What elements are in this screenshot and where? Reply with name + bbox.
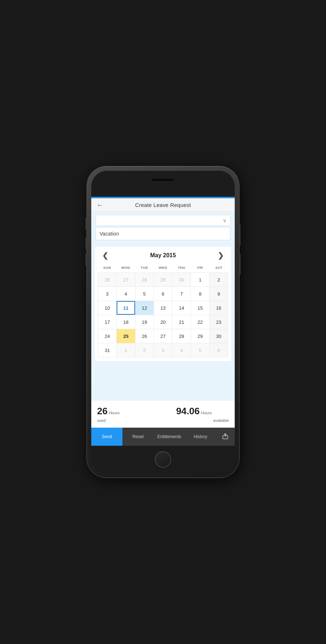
calendar-day-7-week1[interactable]: 7 [172,287,191,301]
calendar-day-12-week2[interactable]: 12 [135,301,154,315]
leave-type-value: Vacation [100,231,119,237]
calendar-day-3-week5[interactable]: 3 [154,343,172,357]
calendar-day-19-week3[interactable]: 19 [135,315,154,329]
calendar-day-18-week3[interactable]: 18 [117,315,135,329]
day-header-sat: SAT [210,264,228,271]
calendar-day-4-week1[interactable]: 4 [117,287,135,301]
month-year-label: May 2015 [150,252,176,259]
send-button[interactable]: Send [91,428,122,446]
calendar-day-20-week3[interactable]: 20 [154,315,172,329]
hours-available-block: 94.06 Hours available [176,406,229,423]
calendar-day-16-week2[interactable]: 16 [210,301,228,315]
day-header-fri: FRI [191,264,209,271]
calendar-day-26-week0[interactable]: 26 [98,273,116,287]
day-header-sun: SUN [98,264,116,271]
calendar-day-14-week2[interactable]: 14 [172,301,191,315]
calendar-day-28-week4[interactable]: 28 [172,329,191,343]
calendar-day-25-week4[interactable]: 25 [117,329,135,343]
calendar-day-1-week5[interactable]: 1 [117,343,135,357]
calendar-day-1-week0[interactable]: 1 [191,273,209,287]
phone-bezel-bottom [91,446,235,473]
phone-inner: ← Create Leave Request ∨ Vacation ❮ [91,171,235,473]
calendar-day-5-week1[interactable]: 5 [135,287,154,301]
hours-used-label: Hours [109,411,120,415]
calendar-day-21-week3[interactable]: 21 [172,315,191,329]
calendar-day-27-week0[interactable]: 27 [117,273,135,287]
leave-type-dropdown[interactable]: ∨ [96,215,230,226]
calendar-day-30-week0[interactable]: 30 [172,273,191,287]
calendar-day-13-week2[interactable]: 13 [154,301,172,315]
leave-type-section: ∨ Vacation [91,212,235,243]
chevron-down-icon: ∨ [223,217,226,223]
calendar-day-2-week0[interactable]: 2 [210,273,228,287]
hours-used-sublabel: used [97,418,130,423]
calendar-day-10-week2[interactable]: 10 [98,301,116,315]
app-header: ← Create Leave Request [91,198,235,212]
phone-bezel-top [91,171,235,197]
calendar-day-5-week5[interactable]: 5 [191,343,209,357]
day-header-wed: WED [154,264,172,271]
day-headers: SUN MON TUE WED THU FRI SAT [98,264,228,271]
calendar-day-29-week4[interactable]: 29 [191,329,209,343]
hours-available-sublabel: available [176,418,229,423]
speaker-icon [152,179,174,181]
share-icon [222,433,229,441]
history-button[interactable]: History [185,428,216,446]
calendar-day-3-week1[interactable]: 3 [98,287,116,301]
entitlements-button[interactable]: Entitlements [154,428,185,446]
day-header-tue: TUE [135,264,154,271]
calendar-day-6-week5[interactable]: 6 [210,343,228,357]
day-header-mon: MON [116,264,135,271]
calendar-day-23-week3[interactable]: 23 [210,315,228,329]
hours-used-block: 26 Hours used [97,406,130,423]
front-camera-icon [141,177,145,181]
next-month-button[interactable]: ❯ [215,250,227,260]
calendar-day-28-week0[interactable]: 28 [135,273,154,287]
reset-button[interactable]: Reset [122,428,154,446]
page-title: Create Leave Request [135,202,191,208]
calendar-day-22-week3[interactable]: 22 [191,315,209,329]
calendar-grid: 2627282930123456789101112131415161718192… [98,272,228,357]
prev-month-button[interactable]: ❮ [99,250,111,260]
day-header-thu: THU [172,264,191,271]
hours-section: 26 Hours used 94.06 Hours available [91,400,235,428]
calendar-nav: ❮ May 2015 ❯ [98,250,228,260]
calendar-day-27-week4[interactable]: 27 [154,329,172,343]
calendar-section: ❮ May 2015 ❯ SUN MON TUE WED THU FRI SAT [91,243,235,400]
vacation-label[interactable]: Vacation [96,227,230,240]
calendar-day-9-week1[interactable]: 9 [210,287,228,301]
share-button[interactable] [216,428,235,446]
calendar-day-17-week3[interactable]: 17 [98,315,116,329]
calendar-day-29-week0[interactable]: 29 [154,273,172,287]
hours-available-label: Hours [201,411,212,415]
calendar-day-6-week1[interactable]: 6 [154,287,172,301]
calendar-container: ❮ May 2015 ❯ SUN MON TUE WED THU FRI SAT [95,247,231,361]
hours-used-number: 26 [97,406,108,417]
calendar-day-15-week2[interactable]: 15 [191,301,209,315]
calendar-day-11-week2[interactable]: 11 [117,301,135,315]
phone-device: ← Create Leave Request ∨ Vacation ❮ [87,166,239,478]
calendar-day-30-week4[interactable]: 30 [210,329,228,343]
screen: ← Create Leave Request ∨ Vacation ❮ [91,197,235,446]
calendar-day-26-week4[interactable]: 26 [135,329,154,343]
calendar-day-2-week5[interactable]: 2 [135,343,154,357]
calendar-day-31-week5[interactable]: 31 [98,343,116,357]
bottom-toolbar: Send Reset Entitlements History [91,428,235,446]
calendar-day-4-week5[interactable]: 4 [172,343,191,357]
hours-available-number: 94.06 [176,406,200,417]
calendar-day-8-week1[interactable]: 8 [191,287,209,301]
back-button[interactable]: ← [96,201,104,209]
calendar-day-24-week4[interactable]: 24 [98,329,116,343]
home-button[interactable] [155,451,171,468]
